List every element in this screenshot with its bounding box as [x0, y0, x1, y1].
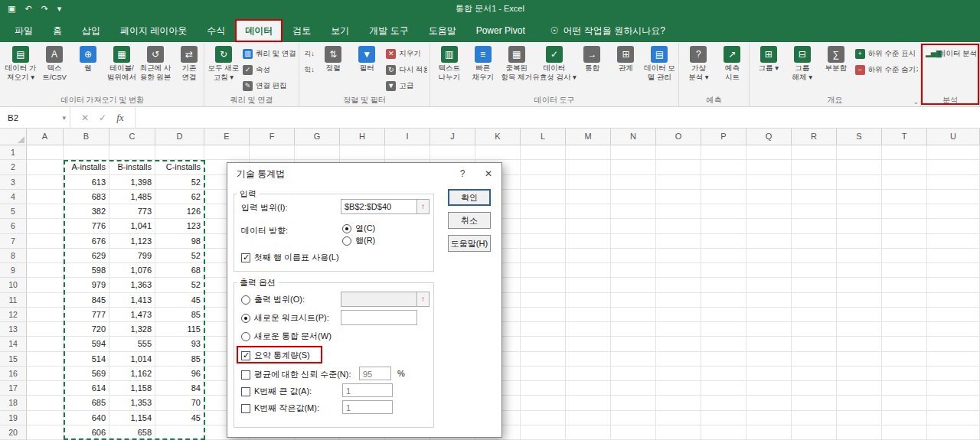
cell-O18[interactable] — [656, 396, 701, 410]
cell-C1[interactable] — [109, 145, 155, 160]
cell-A12[interactable] — [27, 308, 64, 322]
cell-P9[interactable] — [701, 263, 746, 278]
save-icon[interactable]: ▣ — [8, 4, 15, 14]
existing-connections-button[interactable]: ⇄기존연결 — [172, 44, 201, 81]
cell-A9[interactable] — [27, 263, 64, 278]
cell-O8[interactable] — [656, 249, 701, 263]
cell-O10[interactable] — [656, 278, 701, 292]
cell-L16[interactable] — [521, 367, 566, 381]
dialog-close-icon[interactable]: ✕ — [475, 163, 501, 184]
cell-Q11[interactable] — [746, 293, 792, 308]
cell-T3[interactable] — [882, 175, 927, 190]
cell-I1[interactable] — [385, 145, 430, 160]
cell-C11[interactable]: 1,413 — [109, 293, 155, 308]
cell-D8[interactable]: 52 — [155, 249, 204, 263]
cell-S16[interactable] — [837, 367, 882, 381]
cell-S10[interactable] — [837, 278, 882, 292]
dialog-help-icon[interactable]: ? — [449, 163, 475, 184]
flash-fill-button[interactable]: ≡빠른채우기 — [466, 44, 500, 81]
cancel-icon[interactable]: ✕ — [81, 112, 89, 123]
cell-D9[interactable]: 68 — [155, 263, 204, 278]
cell-L9[interactable] — [521, 263, 566, 278]
tab-page-layout[interactable]: 페이지 레이아웃 — [110, 19, 197, 42]
cell-U15[interactable] — [927, 352, 980, 367]
cell-A8[interactable] — [27, 249, 64, 263]
cell-N12[interactable] — [611, 308, 656, 322]
column-header-R[interactable]: R — [792, 129, 837, 145]
cell-O2[interactable] — [656, 160, 701, 174]
cell-C2[interactable]: B-installs — [109, 160, 155, 174]
row-header-3[interactable]: 3 — [0, 175, 27, 190]
row-header-17[interactable]: 17 — [0, 381, 27, 396]
select-all-corner[interactable] — [0, 129, 27, 145]
cell-P4[interactable] — [701, 190, 746, 204]
dialog-launcher-icon[interactable]: ⌄ — [913, 98, 919, 106]
cell-T5[interactable] — [882, 204, 927, 219]
cell-A3[interactable] — [27, 175, 64, 190]
cell-S18[interactable] — [837, 396, 882, 410]
cell-M20[interactable] — [566, 425, 611, 440]
cell-A7[interactable] — [27, 234, 64, 249]
output-range-field[interactable] — [341, 292, 417, 307]
cell-C16[interactable]: 1,162 — [109, 367, 155, 381]
filter-button[interactable]: ▼필터 — [350, 44, 384, 72]
cell-M18[interactable] — [566, 396, 611, 410]
from-table-range-button[interactable]: ▦테이블/범위에서 — [105, 44, 139, 81]
tab-home[interactable]: 홈 — [43, 19, 72, 42]
cell-P3[interactable] — [701, 175, 746, 190]
tab-review[interactable]: 검토 — [283, 19, 321, 42]
cell-N6[interactable] — [611, 219, 656, 233]
cell-O14[interactable] — [656, 337, 701, 351]
sort-descending-button[interactable]: 힉↓ — [302, 63, 316, 77]
undo-icon[interactable]: ↶ — [24, 4, 31, 14]
sort-ascending-button[interactable]: 긱↓ — [302, 47, 316, 61]
row-header-2[interactable]: 2 — [0, 160, 27, 174]
row-header-18[interactable]: 18 — [0, 396, 27, 410]
cell-O16[interactable] — [656, 367, 701, 381]
relationships-button[interactable]: ⊞관계 — [609, 44, 642, 72]
cell-C5[interactable]: 773 — [109, 204, 155, 219]
cell-N11[interactable] — [611, 293, 656, 308]
cell-C14[interactable]: 555 — [109, 337, 155, 351]
cell-J1[interactable] — [430, 145, 475, 160]
cell-C4[interactable]: 1,485 — [109, 190, 155, 204]
cell-Q13[interactable] — [746, 322, 792, 337]
cell-A6[interactable] — [27, 219, 64, 233]
cell-L5[interactable] — [521, 204, 566, 219]
cell-B18[interactable]: 685 — [64, 396, 109, 410]
cell-B5[interactable]: 382 — [64, 204, 109, 219]
cell-S11[interactable] — [837, 293, 882, 308]
cell-T4[interactable] — [882, 190, 927, 204]
kth-smallest-checkbox[interactable]: K번째 작은값(M): — [241, 403, 319, 414]
cell-N15[interactable] — [611, 352, 656, 367]
edit-links-button[interactable]: ✎연결 편집 — [240, 79, 296, 93]
cell-T15[interactable] — [882, 352, 927, 367]
cell-S19[interactable] — [837, 411, 882, 425]
properties-button[interactable]: ✓속성 — [240, 63, 296, 77]
cell-M11[interactable] — [566, 293, 611, 308]
cell-U19[interactable] — [927, 411, 980, 425]
cell-O15[interactable] — [656, 352, 701, 367]
cell-G1[interactable] — [295, 145, 340, 160]
remove-duplicates-button[interactable]: ▦중복된항목 제거 — [500, 44, 534, 81]
cell-M8[interactable] — [566, 249, 611, 263]
cell-M17[interactable] — [566, 381, 611, 396]
cell-O6[interactable] — [656, 219, 701, 233]
cell-L17[interactable] — [521, 381, 566, 396]
cell-Q16[interactable] — [746, 367, 792, 381]
row-header-13[interactable]: 13 — [0, 322, 27, 337]
cell-N3[interactable] — [611, 175, 656, 190]
from-web-button[interactable]: ⊕웹 — [71, 44, 105, 72]
cell-S3[interactable] — [837, 175, 882, 190]
cell-L7[interactable] — [521, 234, 566, 249]
cell-P13[interactable] — [701, 322, 746, 337]
cell-T8[interactable] — [882, 249, 927, 263]
cell-P11[interactable] — [701, 293, 746, 308]
cancel-button[interactable]: 취소 — [448, 212, 491, 229]
cell-P20[interactable] — [701, 425, 746, 440]
cell-M13[interactable] — [566, 322, 611, 337]
cell-A13[interactable] — [27, 322, 64, 337]
hide-detail-button[interactable]: −하위 수준 숨기기 — [853, 63, 918, 77]
cell-N10[interactable] — [611, 278, 656, 292]
column-header-C[interactable]: C — [109, 129, 155, 145]
